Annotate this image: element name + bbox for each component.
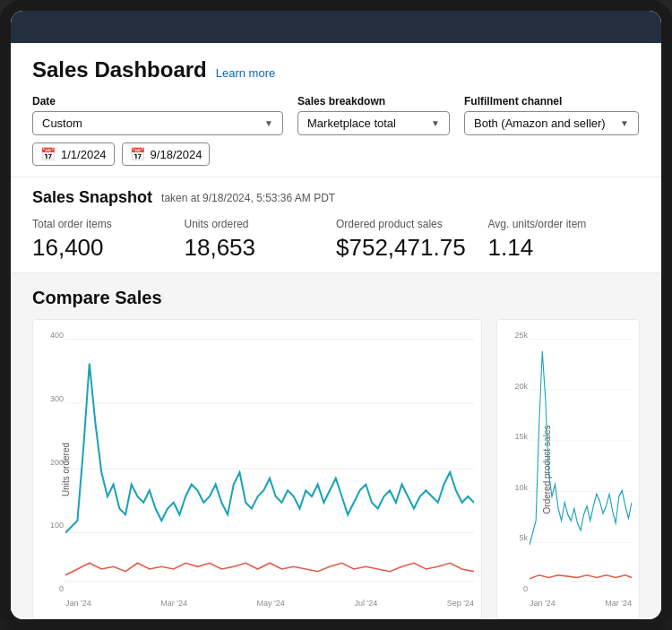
date-filter-select[interactable]: Custom ▼ <box>32 111 283 135</box>
chart1-svg <box>65 327 474 593</box>
snapshot-title-row: Sales Snapshot taken at 9/18/2024, 5:53:… <box>32 188 640 207</box>
compare-title: Compare Sales <box>32 288 640 308</box>
chart2-x-jan: Jan '24 <box>530 599 556 608</box>
charts-row: Units ordered 400 300 200 100 0 <box>32 319 640 619</box>
chart2-svg <box>530 327 632 593</box>
chart2-y-25k: 25k <box>503 331 528 340</box>
sales-breakdown-chevron-icon: ▼ <box>431 118 440 128</box>
chart1-y-100: 100 <box>39 521 64 530</box>
snapshot-timestamp: taken at 9/18/2024, 5:53:36 AM PDT <box>161 192 335 204</box>
chart2-y-0: 0 <box>503 584 528 593</box>
metric-avg-units-value: 1.14 <box>488 234 626 262</box>
filters-row: Date Custom ▼ Sales breakdown Marketplac… <box>32 95 640 135</box>
chart2-coral-line <box>530 575 632 579</box>
snapshot-title: Sales Snapshot <box>32 188 152 207</box>
calendar-from-icon: 📅 <box>40 147 56 161</box>
screen: Sales Dashboard Learn more Date Custom ▼… <box>11 11 661 619</box>
metrics-row: Total order items 16,400 Units ordered 1… <box>32 218 640 262</box>
main-content: Sales Dashboard Learn more Date Custom ▼… <box>11 43 661 619</box>
chart-units-ordered: Units ordered 400 300 200 100 0 <box>32 319 482 619</box>
chart2-y-10k: 10k <box>503 483 528 492</box>
chart2-x-mar: Mar '24 <box>605 599 632 608</box>
chart2-y-15k: 15k <box>503 432 528 441</box>
chart2-x-axis: Jan '24 Mar '24 <box>530 597 632 608</box>
metric-units-ordered: Units ordered 18,653 <box>185 218 337 262</box>
date-filter-value: Custom <box>42 117 82 130</box>
chart1-y-300: 300 <box>39 394 64 403</box>
metric-ordered-product-sales: Ordered product sales $752,471.75 <box>336 218 488 262</box>
chart1-x-jul: Jul '24 <box>354 599 377 608</box>
chart1-inner: 400 300 200 100 0 <box>65 327 474 611</box>
chart2-inner: 25k 20k 15k 10k 5k 0 <box>530 327 632 611</box>
sales-breakdown-select[interactable]: Marketplace total ▼ <box>297 111 450 135</box>
chart1-y-0: 0 <box>39 584 64 593</box>
header-section: Sales Dashboard Learn more Date Custom ▼… <box>11 43 661 177</box>
metric-avg-units: Avg. units/order item 1.14 <box>488 218 641 262</box>
metric-ordered-product-sales-label: Ordered product sales <box>336 218 474 230</box>
chart1-x-mar: Mar '24 <box>160 599 187 608</box>
chart-product-sales: Ordered product sales 25k 20k 15k 10k 5k… <box>496 319 640 619</box>
fulfillment-value: Both (Amazon and seller) <box>474 117 606 130</box>
snapshot-section: Sales Snapshot taken at 9/18/2024, 5:53:… <box>11 177 661 273</box>
chart2-y-axis: 25k 20k 15k 10k 5k 0 <box>503 331 528 593</box>
chart1-teal-line <box>65 364 474 533</box>
date-filter-label: Date <box>32 95 283 108</box>
metric-total-order-items-label: Total order items <box>32 218 170 230</box>
metric-total-order-items: Total order items 16,400 <box>32 218 185 262</box>
metric-units-ordered-label: Units ordered <box>185 218 323 230</box>
chart2-teal-line <box>530 351 632 545</box>
chart1-x-may: May '24 <box>257 599 285 608</box>
date-inputs-row: 📅 1/1/2024 📅 9/18/2024 <box>32 142 640 166</box>
page-title-row: Sales Dashboard Learn more <box>32 57 640 82</box>
date-to-value: 9/18/2024 <box>151 148 202 161</box>
sales-breakdown-label: Sales breakdown <box>297 95 450 108</box>
chart1-y-400: 400 <box>39 331 64 340</box>
sales-breakdown-filter-group: Sales breakdown Marketplace total ▼ <box>297 95 450 135</box>
fulfillment-select[interactable]: Both (Amazon and seller) ▼ <box>464 111 639 135</box>
metric-units-ordered-value: 18,653 <box>185 234 323 262</box>
sales-breakdown-value: Marketplace total <box>307 117 396 130</box>
date-to-input[interactable]: 📅 9/18/2024 <box>122 142 211 166</box>
calendar-to-icon: 📅 <box>130 147 145 161</box>
date-from-value: 1/1/2024 <box>61 148 107 161</box>
chart1-x-jan: Jan '24 <box>65 599 91 608</box>
fulfillment-filter-group: Fulfillment channel Both (Amazon and sel… <box>464 95 639 135</box>
metric-ordered-product-sales-value: $752,471.75 <box>336 234 474 262</box>
chart1-y-200: 200 <box>39 458 64 467</box>
compare-section: Compare Sales Units ordered 400 300 200 … <box>11 273 661 619</box>
chart1-y-axis: 400 300 200 100 0 <box>39 331 64 593</box>
fulfillment-chevron-icon: ▼ <box>620 118 629 128</box>
chart1-coral-line <box>65 563 474 575</box>
metric-avg-units-label: Avg. units/order item <box>488 218 626 230</box>
top-bar <box>11 11 661 43</box>
fulfillment-label: Fulfillment channel <box>464 95 639 108</box>
date-filter-group: Date Custom ▼ <box>32 95 283 135</box>
date-chevron-icon: ▼ <box>264 118 273 128</box>
chart1-x-axis: Jan '24 Mar '24 May '24 Jul '24 Sep '24 <box>65 597 474 608</box>
chart2-y-5k: 5k <box>503 533 528 542</box>
page-title: Sales Dashboard <box>32 57 207 82</box>
device-frame: Sales Dashboard Learn more Date Custom ▼… <box>0 0 672 630</box>
date-from-input[interactable]: 📅 1/1/2024 <box>32 142 115 166</box>
metric-total-order-items-value: 16,400 <box>32 234 170 262</box>
chart1-x-sep: Sep '24 <box>447 599 474 608</box>
learn-more-link[interactable]: Learn more <box>216 66 275 80</box>
chart2-y-20k: 20k <box>503 382 528 391</box>
